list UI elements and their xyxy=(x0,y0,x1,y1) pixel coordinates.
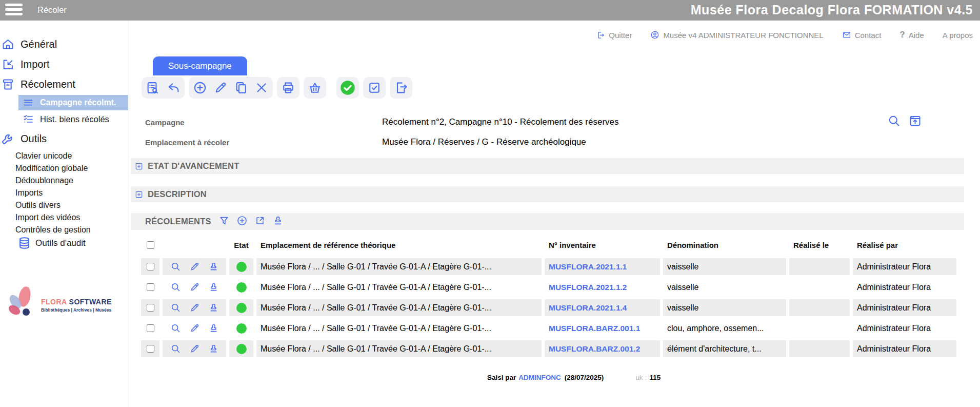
logo-brand-secondary: SOFTWARE xyxy=(69,298,112,306)
copy-button[interactable] xyxy=(233,80,249,95)
inventaire-link[interactable]: MUSFLORA.BARZ.001.2 xyxy=(549,344,640,354)
stamp-icon[interactable] xyxy=(208,302,219,313)
row-checkbox[interactable] xyxy=(147,263,154,270)
sidebar-item-outils[interactable]: Outils xyxy=(0,131,47,146)
table-row: Musée Flora / ... / Salle G-01 / Travée … xyxy=(141,279,956,296)
basket-button[interactable] xyxy=(307,80,323,95)
stamp-icon[interactable] xyxy=(208,261,219,272)
sidebar-item-campagne-recolmt[interactable]: Campagne récolmt. xyxy=(18,95,128,110)
expand-plus-icon[interactable] xyxy=(135,162,143,170)
edit-icon[interactable] xyxy=(189,282,200,293)
apropos-link[interactable]: A propos xyxy=(943,31,973,40)
sidebar-item-outils-audit[interactable]: Outils d'audit xyxy=(17,236,86,250)
col-realise-par: Réalisé par xyxy=(853,237,956,254)
print-button[interactable] xyxy=(281,80,296,95)
home-icon xyxy=(0,37,15,51)
toolbar-group-select xyxy=(363,77,386,99)
row-checkbox[interactable] xyxy=(147,283,154,291)
denomination-cell: vaisselle xyxy=(667,262,698,272)
sidebar-item-controles-gestion[interactable]: Contrôles de gestion xyxy=(15,225,91,235)
logo-tagline: Bibliothèques | Archives | Musées xyxy=(41,307,112,313)
sidebar-item-import-videos[interactable]: Import des vidéos xyxy=(15,213,80,222)
section-etat-avancement[interactable]: ETAT D'AVANCEMENT xyxy=(131,158,964,174)
validate-button[interactable] xyxy=(340,80,355,95)
sidebar-item-label: Import xyxy=(21,59,50,70)
emplacement-label: Emplacement à récoler xyxy=(145,138,229,147)
denomination-cell: clou, amphore, ossemen... xyxy=(667,324,764,333)
add-recolement-icon[interactable] xyxy=(236,215,248,228)
toolbar xyxy=(142,77,412,99)
aide-link[interactable]: ? Aide xyxy=(899,30,924,40)
export-button[interactable] xyxy=(393,80,409,95)
sidebar-item-outils-divers[interactable]: Outils divers xyxy=(15,201,61,210)
inventaire-link[interactable]: MUSFLORA.2021.1.1 xyxy=(549,262,627,272)
edit-icon[interactable] xyxy=(189,261,200,272)
section-description[interactable]: DESCRIPTION xyxy=(131,186,964,202)
select-button[interactable] xyxy=(367,80,382,95)
select-all-checkbox[interactable] xyxy=(147,241,154,249)
sidebar-item-clavier-unicode[interactable]: Clavier unicode xyxy=(15,151,72,161)
import-icon xyxy=(0,57,15,71)
sidebar-item-recolement[interactable]: Récolement xyxy=(0,77,75,91)
edit-icon[interactable] xyxy=(189,343,200,354)
view-icon[interactable] xyxy=(170,282,181,293)
stamp-icon[interactable] xyxy=(208,323,219,334)
module-title: Récoler xyxy=(37,5,67,15)
campagne-search-button[interactable] xyxy=(887,114,901,130)
uk-value: 115 xyxy=(649,374,661,381)
view-icon[interactable] xyxy=(170,343,181,354)
delete-button[interactable] xyxy=(254,80,269,95)
stamp-icon[interactable] xyxy=(208,343,219,354)
open-external-icon[interactable] xyxy=(254,215,266,228)
table-header: Etat Emplacement de référence théorique … xyxy=(141,238,956,252)
sidebar-item-modification-globale[interactable]: Modification globale xyxy=(15,164,88,173)
saisi-par-label: Saisi par xyxy=(487,374,516,381)
inventaire-link[interactable]: MUSFLORA.2021.1.2 xyxy=(549,283,627,292)
add-button[interactable] xyxy=(192,80,208,95)
sidebar-item-label: Récolement xyxy=(21,79,75,90)
edit-icon[interactable] xyxy=(189,323,200,334)
stamp-icon[interactable] xyxy=(208,282,219,293)
hamburger-menu-icon[interactable] xyxy=(5,4,24,17)
view-icon[interactable] xyxy=(170,302,181,313)
inventaire-link[interactable]: MUSFLORA.BARZ.001.1 xyxy=(549,324,640,333)
edit-icon[interactable] xyxy=(189,302,200,313)
quitter-link[interactable]: Quitter xyxy=(596,31,632,40)
sidebar-item-hist-biens[interactable]: Hist. biens récolés xyxy=(18,113,109,125)
saisi-par-user-link[interactable]: ADMINFONC xyxy=(518,374,561,381)
emplacement-cell: Musée Flora / ... / Salle G-01 / Travée … xyxy=(261,344,491,354)
tab-sous-campagne[interactable]: Sous-campagne xyxy=(153,56,247,75)
stamp-icon[interactable] xyxy=(272,215,284,228)
emplacement-cell: Musée Flora / ... / Salle G-01 / Travée … xyxy=(261,262,491,272)
list-search-button[interactable] xyxy=(145,80,161,95)
list-lines-icon xyxy=(23,97,34,108)
filter-icon[interactable] xyxy=(218,215,230,228)
section-title: ETAT D'AVANCEMENT xyxy=(148,161,239,171)
campagne-open-window-button[interactable] xyxy=(908,114,922,130)
inventaire-link[interactable]: MUSFLORA.2021.1.4 xyxy=(549,303,627,313)
sidebar-item-dedoublonnage[interactable]: Dédoublonnage xyxy=(15,176,73,185)
toolbar-group-edit xyxy=(189,77,273,99)
status-dot-green xyxy=(236,323,247,334)
undo-button[interactable] xyxy=(166,80,181,95)
col-emplacement: Emplacement de référence théorique xyxy=(256,237,542,254)
sidebar-item-import[interactable]: Import xyxy=(0,57,50,71)
sidebar-item-imports[interactable]: Imports xyxy=(15,188,43,198)
view-icon[interactable] xyxy=(170,261,181,272)
sidebar-item-general[interactable]: Général xyxy=(0,37,57,51)
edit-button[interactable] xyxy=(213,80,228,95)
flora-flower-icon xyxy=(4,285,38,322)
contact-link[interactable]: Contact xyxy=(842,30,882,40)
expand-plus-icon[interactable] xyxy=(135,190,143,199)
denomination-cell: vaisselle xyxy=(667,283,698,292)
row-checkbox[interactable] xyxy=(147,324,154,332)
sidebar-item-label: Outils xyxy=(21,133,47,145)
view-icon[interactable] xyxy=(170,323,181,334)
table-row: Musée Flora / ... / Salle G-01 / Travée … xyxy=(141,340,956,357)
emplacement-value: Musée Flora / Réserves / G - Réserve arc… xyxy=(382,137,586,147)
denomination-cell: vaisselle xyxy=(667,303,698,313)
col-inventaire: N° inventaire xyxy=(545,237,660,254)
user-menu[interactable]: Musée v4 ADMINISTRATEUR FONCTIONNEL xyxy=(650,30,823,40)
row-checkbox[interactable] xyxy=(147,345,154,353)
row-checkbox[interactable] xyxy=(147,304,154,312)
